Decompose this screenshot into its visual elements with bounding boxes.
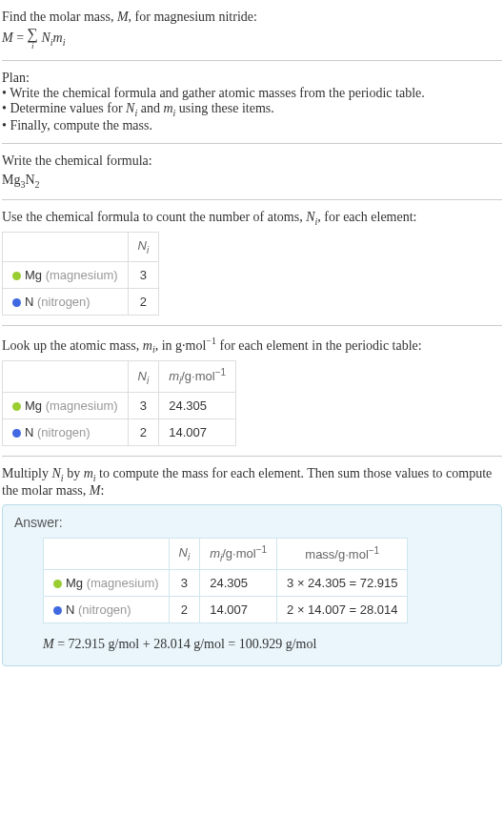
element-cell-n: N (nitrogen) — [3, 419, 129, 446]
element-cell-mg: Mg (magnesium) — [3, 261, 129, 288]
atomic-mass-section: Look up the atomic mass, mi, in g·mol−1 … — [2, 330, 502, 452]
element-cell-n: N (nitrogen) — [3, 288, 129, 315]
intro-M: M — [117, 10, 129, 24]
molar-mass-formula: M = ∑i Nimi — [2, 27, 502, 51]
table-row: Mg (magnesium) 3 — [3, 261, 159, 288]
table-row: N (nitrogen) 2 14.007 2 × 14.007 = 28.01… — [44, 597, 408, 623]
intro-post: , for magnesium nitride: — [129, 10, 257, 24]
header-blank — [44, 539, 170, 570]
n-swatch-icon — [12, 298, 21, 307]
n-swatch-icon — [12, 429, 21, 438]
divider — [2, 143, 502, 144]
answer-table: Ni mi/g·mol−1 mass/g·mol−1 Mg (magnesium… — [43, 538, 408, 623]
table-row: Mg (magnesium) 3 24.305 — [3, 393, 236, 419]
formula-mi: mi — [53, 31, 66, 45]
atomic-mass-table: Ni mi/g·mol−1 Mg (magnesium) 3 24.305 N … — [2, 360, 236, 446]
chem-formula-heading: Write the chemical formula: — [2, 153, 502, 169]
table-row: N (nitrogen) 2 14.007 — [3, 419, 236, 446]
mg-swatch-icon — [53, 580, 62, 588]
ni-value: 3 — [128, 261, 159, 288]
atomic-mass-text: Look up the atomic mass, mi, in g·mol−1 … — [2, 336, 502, 355]
header-blank — [3, 233, 129, 262]
divider — [2, 60, 502, 61]
plan-item-3: • Finally, compute the mass. — [2, 118, 502, 133]
mi-value: 24.305 — [200, 570, 277, 597]
count-atoms-table: Ni Mg (magnesium) 3 N (nitrogen) 2 — [2, 232, 159, 316]
table-header-row: Ni — [3, 233, 159, 262]
sigma-symbol: ∑i — [28, 27, 38, 51]
multiply-section: Multiply Ni by mi to compute the mass fo… — [2, 460, 502, 672]
plan-section: Plan: • Write the chemical formula and g… — [2, 65, 502, 139]
count-atoms-section: Use the chemical formula to count the nu… — [2, 204, 502, 321]
ni-value: 2 — [169, 597, 200, 623]
intro-section: Find the molar mass, M, for magnesium ni… — [2, 4, 502, 56]
count-atoms-text: Use the chemical formula to count the nu… — [2, 210, 502, 227]
mass-calc: 3 × 24.305 = 72.915 — [277, 570, 408, 597]
answer-label: Answer: — [14, 515, 490, 530]
divider — [2, 325, 502, 326]
plan-item-2: • Determine values for Ni and mi using t… — [2, 101, 502, 118]
header-ni: Ni — [169, 539, 200, 570]
chemical-formula-section: Write the chemical formula: Mg3N2 — [2, 148, 502, 195]
n-swatch-icon — [53, 606, 62, 615]
ni-value: 2 — [128, 288, 159, 315]
plan-item-1: • Write the chemical formula and gather … — [2, 86, 502, 101]
mass-calc: 2 × 14.007 = 28.014 — [277, 597, 408, 623]
chem-formula-value: Mg3N2 — [2, 173, 502, 190]
element-cell-n: N (nitrogen) — [44, 597, 170, 623]
divider — [2, 199, 502, 200]
table-header-row: Ni mi/g·mol−1 mass/g·mol−1 — [44, 539, 408, 570]
table-row: N (nitrogen) 2 — [3, 288, 159, 315]
ni-value: 3 — [128, 393, 159, 419]
ni-value: 3 — [169, 570, 200, 597]
multiply-text: Multiply Ni by mi to compute the mass fo… — [2, 466, 502, 499]
ni-value: 2 — [128, 419, 159, 446]
header-mi: mi/g·mol−1 — [159, 361, 236, 393]
divider — [2, 456, 502, 457]
answer-box: Answer: Ni mi/g·mol−1 mass/g·mol−1 Mg (m… — [2, 504, 502, 666]
header-mi: mi/g·mol−1 — [200, 539, 277, 570]
header-blank — [3, 361, 129, 393]
element-cell-mg: Mg (magnesium) — [3, 393, 129, 419]
element-cell-mg: Mg (magnesium) — [44, 570, 170, 597]
mi-value: 14.007 — [200, 597, 277, 623]
mg-swatch-icon — [12, 272, 21, 280]
table-row: Mg (magnesium) 3 24.305 3 × 24.305 = 72.… — [44, 570, 408, 597]
plan-heading: Plan: — [2, 71, 502, 86]
formula-lhs: M — [2, 31, 13, 45]
mi-value: 14.007 — [159, 419, 236, 446]
formula-eq: = — [13, 31, 28, 45]
header-ni: Ni — [128, 233, 159, 262]
final-answer-formula: M = 72.915 g/mol + 28.014 g/mol = 100.92… — [43, 637, 490, 652]
mg-swatch-icon — [12, 402, 21, 411]
header-mass: mass/g·mol−1 — [277, 539, 408, 570]
formula-Ni: Ni — [41, 31, 52, 45]
table-header-row: Ni mi/g·mol−1 — [3, 361, 236, 393]
mi-value: 24.305 — [159, 393, 236, 419]
intro-pre: Find the molar mass, — [2, 10, 117, 24]
header-ni: Ni — [128, 361, 159, 393]
intro-text: Find the molar mass, M, for magnesium ni… — [2, 10, 502, 25]
